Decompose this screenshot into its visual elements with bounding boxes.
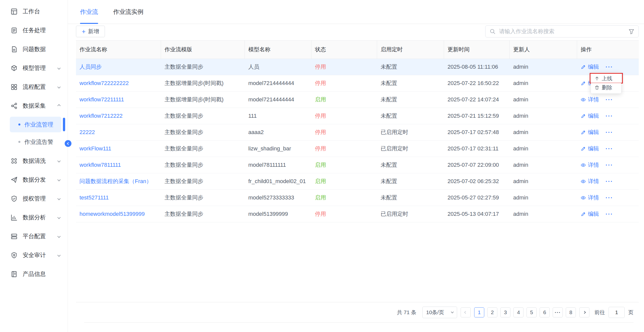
sidebar-item-12[interactable]: 安全审计 bbox=[0, 246, 68, 265]
sidebar-item-label: 数据采集 bbox=[23, 102, 46, 110]
dropdown-item-online[interactable]: 上线 bbox=[591, 74, 621, 83]
status-cell: 启用 bbox=[311, 157, 377, 173]
goto-page-input[interactable] bbox=[609, 307, 625, 318]
timer-cell: 未配置 bbox=[377, 75, 444, 91]
sidebar-item-10[interactable]: 数据分析 bbox=[0, 208, 68, 227]
update-time-cell: 2025-07-02 06:25:32 bbox=[444, 173, 510, 189]
chevron-down-icon bbox=[57, 235, 61, 238]
platform-config-icon bbox=[11, 233, 18, 240]
page-ellipsis[interactable]: ··· bbox=[553, 307, 563, 317]
edit-action[interactable]: 编辑 bbox=[581, 145, 599, 152]
sidebar-item-2[interactable]: 任务处理 bbox=[0, 21, 68, 40]
action-label: 编辑 bbox=[588, 63, 599, 71]
updater-cell: admin bbox=[510, 59, 577, 75]
more-actions-button[interactable]: ··· bbox=[606, 112, 613, 119]
page-button-4[interactable]: 4 bbox=[513, 307, 524, 317]
workflow-name-link[interactable]: test5271111 bbox=[76, 190, 161, 206]
timer-cell: 未配置 bbox=[377, 190, 444, 206]
workflow-name-link[interactable]: homeworkmodel51399999 bbox=[76, 206, 161, 222]
toolbar: + 新增 bbox=[76, 25, 639, 37]
page-button-5[interactable]: 5 bbox=[527, 307, 537, 317]
sidebar-item-8[interactable]: 数据分发 bbox=[0, 170, 68, 189]
more-actions-button[interactable]: ··· bbox=[606, 96, 613, 103]
updater-cell: admin bbox=[510, 190, 577, 206]
sidebar-subitem-1[interactable]: 作业流管理 bbox=[10, 117, 61, 132]
detail-action[interactable]: 详情 bbox=[581, 96, 599, 103]
page-button-2[interactable]: 2 bbox=[487, 307, 497, 317]
tab-workflow-label: 作业流 bbox=[80, 8, 98, 16]
actions-cell: 编辑··· bbox=[577, 141, 639, 157]
search-icon bbox=[490, 28, 496, 34]
sidebar-item-3[interactable]: 问题数据 bbox=[0, 40, 68, 59]
dropdown-item-delete[interactable]: 删除 bbox=[591, 83, 621, 92]
timer-cell: 未配置 bbox=[377, 59, 444, 75]
sidebar-item-1[interactable]: 工作台 bbox=[0, 2, 68, 21]
update-time-cell: 2025-05-27 02:27:59 bbox=[444, 190, 510, 206]
data-analysis-icon bbox=[11, 214, 18, 221]
page-button-1[interactable]: 1 bbox=[474, 307, 484, 317]
chevron-down-icon bbox=[57, 197, 61, 200]
sidebar-item-13[interactable]: 产品信息 bbox=[0, 265, 68, 283]
sidebar-item-label: 授权管理 bbox=[23, 195, 46, 202]
sidebar-item-7[interactable]: 数据清洗 bbox=[0, 151, 68, 170]
eye-icon bbox=[581, 97, 586, 102]
tab-workflow-instance[interactable]: 作业流实例 bbox=[113, 0, 143, 24]
update-time-cell: 2025-07-21 15:12:59 bbox=[444, 108, 510, 124]
table-row-3: workflow72211111主数据增量同步(时间戳)model7214444… bbox=[76, 92, 639, 108]
more-actions-button[interactable]: ··· bbox=[606, 161, 613, 169]
page-size-select[interactable]: 10条/页 bbox=[422, 307, 457, 318]
workflow-name-link[interactable]: workflow722222222 bbox=[76, 75, 161, 91]
task-icon bbox=[11, 27, 18, 34]
search-input[interactable] bbox=[499, 28, 625, 35]
chevron-down-icon bbox=[57, 178, 61, 181]
workflow-name-link[interactable]: workflow7811111 bbox=[76, 157, 161, 173]
sidebar-item-9[interactable]: 授权管理 bbox=[0, 189, 68, 208]
updater-cell: admin bbox=[510, 124, 577, 140]
sidebar-collapse-button[interactable] bbox=[65, 140, 71, 147]
bullet-icon bbox=[18, 123, 20, 126]
eye-icon bbox=[581, 195, 586, 200]
workflow-template-cell: 主数据全量同步 bbox=[161, 206, 245, 222]
workflow-name-link[interactable]: workflow72211111 bbox=[76, 92, 161, 108]
edit-action[interactable]: 编辑 bbox=[581, 63, 599, 71]
edit-action[interactable]: 编辑 bbox=[581, 210, 599, 218]
tab-workflow[interactable]: 作业流 bbox=[80, 0, 98, 24]
chevron-down-icon bbox=[57, 66, 61, 70]
edit-action[interactable]: 编辑 bbox=[581, 129, 599, 136]
more-actions-button[interactable]: ··· bbox=[606, 211, 613, 218]
workflow-name-link[interactable]: workFlow111 bbox=[76, 141, 161, 157]
detail-action[interactable]: 详情 bbox=[581, 161, 599, 169]
action-label: 编辑 bbox=[588, 145, 599, 152]
more-actions-button[interactable]: ··· bbox=[606, 194, 613, 201]
workflow-name-link[interactable]: workflow7212222 bbox=[76, 108, 161, 124]
sidebar-item-11[interactable]: 平台配置 bbox=[0, 227, 68, 246]
page-button-6[interactable]: 6 bbox=[540, 307, 550, 317]
table-row-5: 22222主数据全量同步aaaa2停用已启用定时2025-07-17 02:57… bbox=[76, 124, 639, 141]
action-label: 编辑 bbox=[588, 210, 599, 218]
workflow-name-link[interactable]: 问题数据流程的采集（Fran） bbox=[76, 173, 161, 189]
more-actions-button[interactable]: ··· bbox=[606, 178, 613, 185]
prev-page-button[interactable] bbox=[461, 307, 471, 317]
more-actions-button[interactable]: ··· bbox=[606, 145, 613, 152]
detail-action[interactable]: 详情 bbox=[581, 178, 599, 185]
more-actions-button[interactable]: ··· bbox=[606, 129, 613, 136]
workflow-name-link[interactable]: 22222 bbox=[76, 124, 161, 140]
chevron-down-icon bbox=[57, 159, 61, 162]
next-page-button[interactable] bbox=[579, 307, 589, 317]
page-button-3[interactable]: 3 bbox=[500, 307, 510, 317]
action-label: 详情 bbox=[588, 194, 599, 201]
filter-funnel-icon[interactable] bbox=[628, 28, 634, 34]
detail-action[interactable]: 详情 bbox=[581, 194, 599, 201]
workflow-name-link[interactable]: 人员同步 bbox=[76, 59, 161, 75]
sidebar-subitem-2[interactable]: 作业流告警 bbox=[10, 134, 61, 150]
edit-action[interactable]: 编辑 bbox=[581, 112, 599, 120]
action-label: 详情 bbox=[588, 178, 599, 185]
page-button-8[interactable]: 8 bbox=[566, 307, 576, 317]
table-row-6: workFlow111主数据全量同步lizw_shading_bar停用已启用定… bbox=[76, 141, 639, 157]
sidebar-item-5[interactable]: 流程配置 bbox=[0, 77, 68, 96]
sidebar-item-6[interactable]: 数据采集 bbox=[0, 96, 68, 115]
add-button[interactable]: + 新增 bbox=[76, 26, 105, 37]
sidebar-item-4[interactable]: 模型管理 bbox=[0, 59, 68, 77]
more-actions-button[interactable]: ··· bbox=[606, 63, 613, 70]
sidebar-item-label: 问题数据 bbox=[23, 45, 46, 53]
